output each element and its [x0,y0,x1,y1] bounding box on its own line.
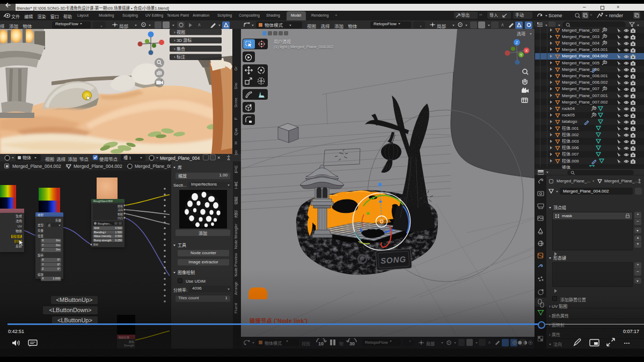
svg-text:› 标注: › 标注 [174,54,185,60]
svg-text:Y: Y [520,53,523,57]
svg-text:Z: Z [516,40,518,45]
svg-text:10: 10 [318,341,324,346]
svg-text:SONG: SONG [380,254,406,265]
svg-text:30: 30 [349,341,355,346]
svg-text:› 视图: › 视图 [174,29,185,35]
svg-text:› 集合: › 集合 [174,46,185,51]
svg-text:X: X [525,49,528,53]
svg-text:› 3D 游标: › 3D 游标 [174,38,192,43]
